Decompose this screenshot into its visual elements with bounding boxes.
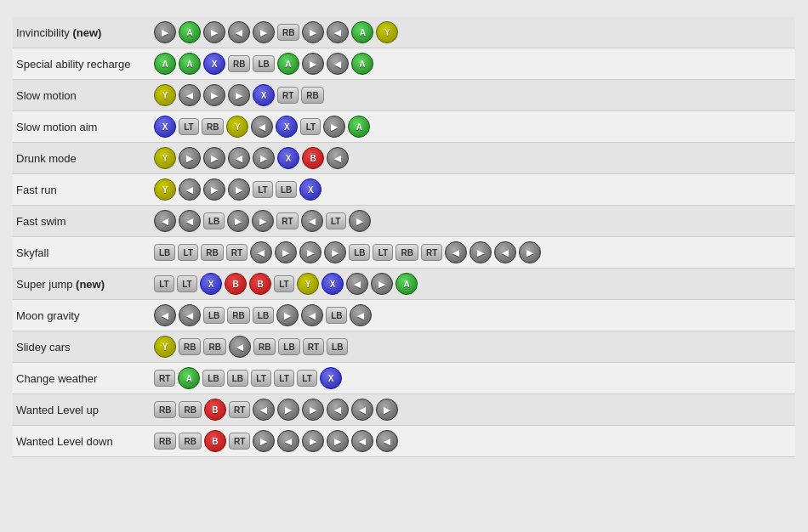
button-left <box>494 241 516 263</box>
cheat-buttons: AAXRBLBAA <box>149 48 795 80</box>
button-y: Y <box>154 178 176 201</box>
button-y: Y <box>376 21 398 43</box>
button-lb: LB <box>154 244 175 261</box>
button-rt: RT <box>421 244 442 261</box>
button-lt: LT <box>177 275 197 292</box>
button-right <box>302 399 324 421</box>
button-right <box>203 147 225 169</box>
button-rb: RB <box>201 244 223 261</box>
button-y: Y <box>154 147 176 169</box>
button-right <box>228 178 250 201</box>
cheat-row: Slow motion aimXLTRBYXLTA <box>13 111 795 143</box>
button-left <box>179 178 201 201</box>
button-left <box>445 241 467 263</box>
cheat-row: Invincibility (new)ARBAY <box>13 17 795 48</box>
button-x: X <box>299 178 321 201</box>
cheat-buttons: YRBRBRBLBRTLB <box>149 331 795 363</box>
button-lt: LT <box>274 370 294 387</box>
button-right <box>519 241 541 263</box>
button-left <box>327 147 349 169</box>
cheat-buttons: YXRTRB <box>149 80 795 111</box>
cheat-name: Wanted Level up <box>13 394 149 426</box>
button-rb: RB <box>202 118 224 135</box>
button-rt: RT <box>303 338 324 355</box>
button-lb: LB <box>327 338 348 355</box>
cheat-row: Fast swimLBRTLT <box>13 206 795 237</box>
cheat-buttons: LTLTXBBLTYXA <box>149 269 795 300</box>
button-right <box>179 147 201 169</box>
button-rb: RB <box>277 24 299 41</box>
button-lt: LT <box>373 244 393 261</box>
button-right <box>324 241 346 263</box>
button-a: A <box>395 273 418 295</box>
button-right <box>253 430 275 452</box>
button-a: A <box>154 53 176 75</box>
button-left <box>250 241 272 263</box>
button-left <box>154 210 176 232</box>
button-b: B <box>225 273 247 295</box>
button-y: Y <box>154 336 176 358</box>
button-right <box>154 21 176 43</box>
cheat-row: Super jump (new)LTLTXBBLTYXA <box>13 269 795 300</box>
button-left <box>327 21 349 43</box>
cheat-name: Invincibility (new) <box>13 17 149 48</box>
button-left <box>301 210 323 232</box>
button-right <box>302 21 324 43</box>
cheat-buttons: XLTRBYXLTA <box>149 111 795 143</box>
cheat-name: Skyfall <box>13 237 149 269</box>
button-right <box>469 241 492 263</box>
button-right <box>277 399 299 421</box>
button-right <box>323 116 345 138</box>
button-lt: LT <box>154 275 174 292</box>
button-lb: LB <box>202 370 224 387</box>
cheat-name: Slidey cars <box>13 331 149 363</box>
button-a: A <box>348 116 370 138</box>
button-right <box>252 210 274 232</box>
button-rb: RB <box>179 401 201 418</box>
button-b: B <box>302 147 324 169</box>
button-left <box>327 53 349 75</box>
button-rb: RB <box>253 338 276 355</box>
cheat-row: Fast runYLTLBX <box>13 174 795 206</box>
button-left <box>351 430 373 452</box>
cheat-name: Wanted Level down <box>13 426 149 457</box>
button-x: X <box>154 116 176 138</box>
button-rb: RB <box>395 244 418 261</box>
button-a: A <box>179 21 201 43</box>
button-lb: LB <box>278 338 299 355</box>
button-right <box>275 241 297 263</box>
button-y: Y <box>297 273 319 295</box>
button-lb: LB <box>253 307 274 324</box>
button-left <box>179 84 201 106</box>
button-lb: LB <box>227 370 248 387</box>
button-lt: LT <box>179 118 199 135</box>
button-x: X <box>321 273 344 295</box>
button-a: A <box>179 53 201 75</box>
cheat-row: Wanted Level upRBRBBRT <box>13 394 795 426</box>
cheat-name: Drunk mode <box>13 143 149 174</box>
cheat-buttons: RTALBLBLTLTLTX <box>149 363 795 394</box>
button-rb: RB <box>154 401 176 418</box>
cheat-row: Slidey carsYRBRBRBLBRTLB <box>13 331 795 363</box>
button-left <box>253 399 275 421</box>
cheat-name: Fast swim <box>13 206 149 237</box>
cheats-table: Invincibility (new)ARBAYSpecial ability … <box>13 17 795 457</box>
cheat-row: Drunk modeYXB <box>13 143 795 174</box>
cheat-name: Moon gravity <box>13 300 149 331</box>
button-right <box>203 178 225 201</box>
button-right <box>227 210 249 232</box>
button-y: Y <box>154 84 176 106</box>
cheat-row: Moon gravityLBRBLBLB <box>13 300 795 331</box>
button-lb: LB <box>276 181 297 198</box>
cheat-row: Special ability rechargeAAXRBLBAA <box>13 48 795 80</box>
button-right <box>253 147 275 169</box>
button-x: X <box>320 367 342 389</box>
button-left <box>301 304 323 326</box>
button-left <box>251 116 273 138</box>
button-rt: RT <box>229 433 250 450</box>
button-x: X <box>203 53 225 75</box>
cheat-buttons: YXB <box>149 143 795 174</box>
button-right <box>203 84 225 106</box>
button-lt: LT <box>326 212 346 229</box>
button-left <box>346 273 368 295</box>
